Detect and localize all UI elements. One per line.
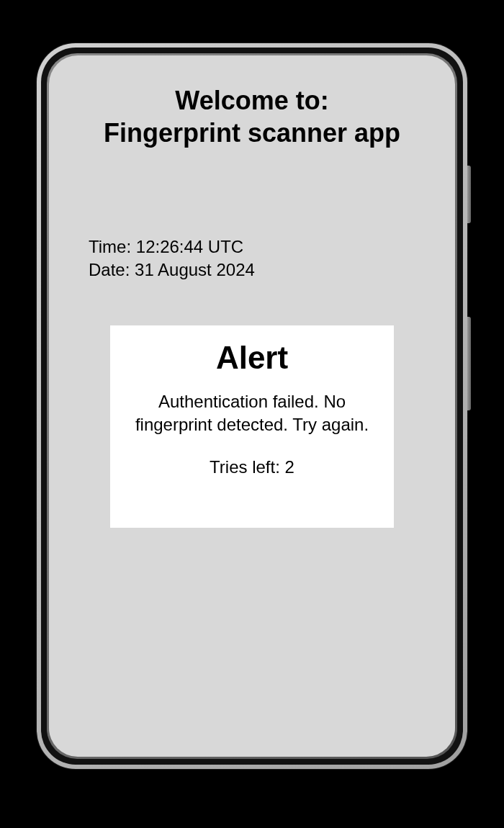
time-label: Time:	[89, 237, 136, 256]
phone-inner-ring: Welcome to: Fingerprint scanner app Time…	[47, 53, 457, 759]
alert-title: Alert	[125, 340, 379, 376]
alert-dialog: Alert Authentication failed. No fingerpr…	[110, 325, 394, 528]
alert-tries: Tries left: 2	[125, 457, 379, 477]
title-line-1: Welcome to:	[175, 86, 328, 115]
datetime-block: Time: 12:26:44 UTC Date: 31 August 2024	[89, 235, 441, 282]
date-row: Date: 31 August 2024	[89, 258, 441, 282]
alert-message: Authentication failed. No fingerprint de…	[125, 390, 379, 437]
tries-label: Tries left:	[210, 457, 284, 477]
phone-device-frame: Welcome to: Fingerprint scanner app Time…	[37, 43, 467, 769]
page-title: Welcome to: Fingerprint scanner app	[63, 84, 441, 149]
date-label: Date:	[89, 260, 135, 279]
tries-value: 2	[285, 457, 294, 477]
phone-bezel: Welcome to: Fingerprint scanner app Time…	[41, 48, 463, 765]
title-line-2: Fingerprint scanner app	[104, 118, 400, 148]
phone-side-button-bottom[interactable]	[467, 317, 471, 410]
phone-screen: Welcome to: Fingerprint scanner app Time…	[49, 55, 455, 757]
phone-side-button-top[interactable]	[467, 166, 471, 223]
time-row: Time: 12:26:44 UTC	[89, 235, 441, 258]
date-value: 31 August 2024	[135, 260, 255, 279]
time-value: 12:26:44 UTC	[136, 237, 243, 256]
